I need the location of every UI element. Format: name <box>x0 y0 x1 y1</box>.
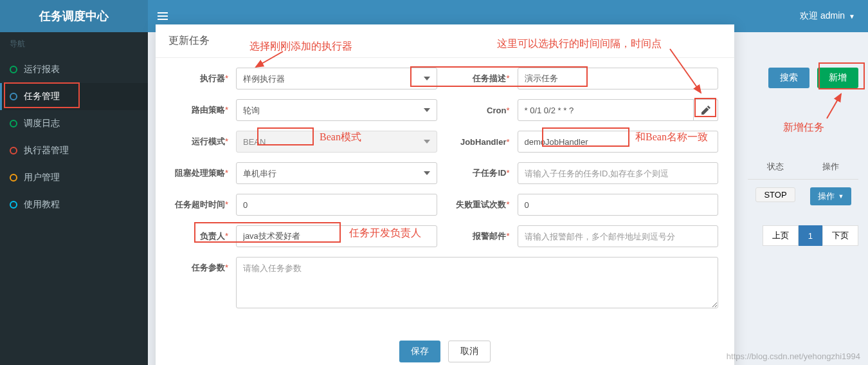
mode-select[interactable]: BEAN <box>236 131 437 153</box>
cancel-button[interactable]: 取消 <box>448 341 491 362</box>
route-select[interactable]: 轮询 <box>236 99 437 121</box>
route-label: 路由策略* <box>172 104 236 116</box>
block-label: 阻塞处理策略* <box>172 167 236 179</box>
executor-select[interactable]: 样例执行器 <box>236 68 437 89</box>
caret-down-icon: ▼ <box>849 13 855 20</box>
circle-icon <box>10 66 17 73</box>
sidebar-item-label: 使用教程 <box>24 199 60 211</box>
table-header-op: 操作 <box>803 154 858 180</box>
circle-icon <box>10 201 17 209</box>
timeout-input[interactable] <box>236 194 437 216</box>
sidebar-item-tutorial[interactable]: 使用教程 <box>0 191 148 218</box>
subtask-label: 子任务ID* <box>453 167 518 179</box>
mode-label: 运行模式* <box>172 136 236 147</box>
page-1[interactable]: 1 <box>799 225 822 246</box>
alarm-label: 报警邮件* <box>453 230 518 242</box>
watermark: https://blog.csdn.net/yehongzhi1994 <box>727 351 860 361</box>
subtask-input[interactable] <box>518 162 719 184</box>
modal-title: 更新任务 <box>156 24 734 58</box>
page-prev[interactable]: 上页 <box>763 225 799 246</box>
cron-input[interactable] <box>518 99 694 121</box>
table-header-status: 状态 <box>748 154 803 180</box>
retry-label: 失败重试次数* <box>453 199 518 211</box>
sidebar-item-log[interactable]: 调度日志 <box>0 110 148 137</box>
nav-header: 导航 <box>0 32 148 56</box>
block-select[interactable]: 单机串行 <box>236 162 437 184</box>
user-menu[interactable]: 欢迎 admin ▼ <box>800 10 868 22</box>
welcome-text: 欢迎 admin <box>800 10 845 22</box>
sidebar-item-label: 执行器管理 <box>24 145 69 156</box>
params-label: 任务参数* <box>172 257 236 274</box>
save-button[interactable]: 保存 <box>399 341 440 362</box>
executor-label: 执行器* <box>172 73 236 84</box>
sidebar-item-user[interactable]: 用户管理 <box>0 164 148 191</box>
sidebar-item-executor[interactable]: 执行器管理 <box>0 137 148 164</box>
desc-input[interactable] <box>518 68 719 89</box>
retry-input[interactable] <box>518 194 719 216</box>
pencil-icon <box>701 106 710 115</box>
row-op-button[interactable]: 操作▼ <box>810 187 852 205</box>
circle-icon <box>10 93 17 100</box>
search-button[interactable]: 搜索 <box>768 68 809 88</box>
page-next[interactable]: 下页 <box>822 225 858 246</box>
sidebar-item-label: 任务管理 <box>24 91 60 102</box>
handler-label: JobHandler* <box>453 137 518 147</box>
alarm-input[interactable] <box>518 225 719 247</box>
timeout-label: 任务超时时间* <box>172 199 236 211</box>
handler-input[interactable] <box>518 131 719 153</box>
sidebar-item-label: 用户管理 <box>24 172 60 183</box>
desc-label: 任务描述* <box>453 73 518 84</box>
cron-edit-button[interactable] <box>694 99 718 121</box>
sidebar-item-report[interactable]: 运行报表 <box>0 56 148 83</box>
update-task-modal: 更新任务 执行器* 样例执行器 任务描述* 路由策略* 轮询 Cron* <box>156 24 734 365</box>
add-button[interactable]: 新增 <box>817 68 858 88</box>
sidebar-item-task[interactable]: 任务管理 <box>0 83 148 110</box>
sidebar-item-label: 运行报表 <box>24 64 60 75</box>
circle-icon <box>10 174 17 182</box>
circle-icon <box>10 120 17 127</box>
circle-icon <box>10 147 17 154</box>
cron-label: Cron* <box>453 106 518 115</box>
params-textarea[interactable] <box>236 257 718 308</box>
owner-input[interactable] <box>236 225 437 247</box>
sidebar-item-label: 调度日志 <box>24 118 60 129</box>
owner-label: 负责人* <box>172 230 236 242</box>
status-badge: STOP <box>755 187 795 202</box>
logo: 任务调度中心 <box>0 0 148 32</box>
